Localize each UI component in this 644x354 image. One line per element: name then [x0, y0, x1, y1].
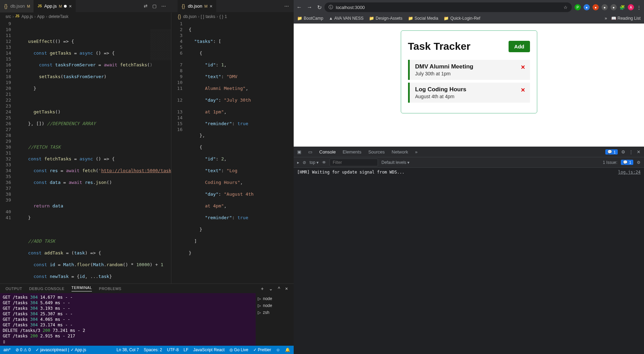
dt-overflow-icon[interactable]: » — [415, 149, 417, 155]
device-icon[interactable]: ▭ — [308, 149, 312, 155]
inspect-icon[interactable]: ▣ — [297, 149, 301, 155]
gear-icon[interactable]: ⚙ — [637, 160, 641, 165]
menu-icon[interactable]: ⋮ — [637, 5, 641, 10]
address-bar[interactable]: ⓘ localhost:3000 ☆ — [324, 2, 572, 12]
execution-context[interactable]: top ▾ — [310, 160, 319, 165]
gear-icon[interactable]: ⚙ — [621, 149, 625, 155]
language-mode[interactable]: JavaScript React — [193, 347, 225, 352]
dropdown-icon[interactable]: ⌄ — [269, 286, 273, 291]
devtools-tabs: ▣ ▭ Console Elements Sources Network » 💬… — [294, 147, 644, 157]
close-icon[interactable]: × — [210, 3, 212, 9]
js-icon: JS — [15, 14, 20, 19]
console-output[interactable]: [HMR] Waiting for update signal from WDS… — [294, 168, 644, 354]
info-icon[interactable]: ⓘ — [329, 4, 333, 10]
log-source[interactable]: log.js:24 — [618, 170, 641, 175]
language-status[interactable]: ✓ javascriptreact | ✓ App.js — [36, 347, 86, 352]
eye-icon[interactable]: 👁 — [322, 160, 326, 165]
log-levels[interactable]: Default levels ▾ — [381, 160, 409, 165]
task-item[interactable]: DMV Alumni Meeting July 30th at 1pm ✕ — [408, 60, 530, 80]
bookmark[interactable]: ▲ AVA VAN NESS — [329, 16, 364, 21]
reload-icon[interactable]: ↻ — [317, 4, 322, 11]
task-day: August 4th at 4pm — [415, 94, 524, 99]
panel-tab-debug[interactable]: DEBUG CONSOLE — [29, 287, 64, 291]
delete-icon[interactable]: ✕ — [521, 87, 525, 93]
tab-dbjson-right[interactable]: {} db.json M × — [178, 0, 216, 12]
ext-icon[interactable]: ● — [602, 4, 608, 10]
clear-icon[interactable]: ⊘ — [303, 160, 306, 165]
terminal-item[interactable]: ▷zsh — [258, 309, 292, 316]
code-content[interactable]: useEffect(() => { const getTasks = async… — [17, 21, 171, 283]
bookmark[interactable]: 📁 Social Media — [408, 16, 438, 21]
delete-icon[interactable]: ✕ — [521, 64, 525, 71]
close-icon[interactable]: × — [285, 286, 288, 291]
code-editor[interactable]: 12345678910111213141516 { "tasks": [ { "… — [171, 21, 294, 283]
new-terminal-icon[interactable]: + — [261, 286, 264, 291]
terminal-item[interactable]: ▷node — [258, 302, 292, 309]
terminal-icon: ▷ — [258, 310, 261, 315]
tab-actions: ⇄ ▢ ⋯ — [144, 3, 171, 9]
sidebar-toggle-icon[interactable]: ▸ — [297, 160, 299, 165]
minimap[interactable] — [150, 29, 171, 133]
terminal-output[interactable]: GET /tasks 304 14.677 ms - - GET /tasks … — [0, 293, 256, 346]
back-icon[interactable]: ← — [296, 4, 302, 11]
code-content[interactable]: { "tasks": [ { "id": 1, "text": "DMV Alu… — [189, 21, 294, 283]
cursor-position[interactable]: Ln 38, Col 7 — [116, 347, 139, 352]
bookmark[interactable]: 📁 Design-Assets — [369, 16, 402, 21]
log-message: [HMR] Waiting for update signal from WDS… — [297, 170, 405, 175]
eol[interactable]: LF — [183, 347, 188, 352]
close-icon[interactable]: × — [69, 3, 72, 9]
branch[interactable]: ain* — [3, 347, 11, 352]
panel-tab-problems[interactable]: PROBLEMS — [99, 287, 121, 291]
issues-badge[interactable]: 💬 1 — [621, 160, 633, 165]
bookmark[interactable]: 📁 BootCamp — [297, 16, 323, 21]
extensions-icon[interactable]: 🧩 — [619, 5, 625, 10]
gutter: 9101112131415161718192021222324252627282… — [0, 21, 17, 283]
bookmark[interactable]: 📁 Quick-Login-Ref — [444, 16, 480, 21]
more-icon[interactable]: ⋯ — [161, 3, 166, 9]
modified-indicator: M — [59, 4, 62, 8]
split-icon[interactable]: ▢ — [152, 3, 157, 9]
indent[interactable]: Spaces: 2 — [144, 347, 162, 352]
ext-icon[interactable]: ● — [584, 4, 590, 10]
code-editor[interactable]: 9101112131415161718192021222324252627282… — [0, 21, 171, 283]
filter-input[interactable] — [330, 159, 378, 166]
encoding[interactable]: UTF-8 — [167, 347, 179, 352]
ext-icon[interactable]: ● — [610, 4, 617, 10]
bookmarks-overflow[interactable]: » — [605, 16, 607, 21]
prettier[interactable]: ✓ Prettier — [253, 347, 271, 352]
diagnostics[interactable]: ⊘ 0 ⚠ 0 — [16, 347, 31, 352]
tab-appjs[interactable]: JS App.js M × — [34, 0, 76, 12]
tab-dbjson[interactable]: {} db.json M — [0, 0, 34, 12]
breadcrumb[interactable]: src› JS App.js› App› deleteTask — [0, 12, 171, 21]
more-icon[interactable]: ⋮ — [629, 149, 633, 155]
ext-icon[interactable]: ● — [593, 4, 599, 10]
panel-tab-output[interactable]: OUTPUT — [6, 287, 22, 291]
dt-tab-elements[interactable]: Elements — [343, 149, 361, 155]
breadcrumb[interactable]: {} db.json› [ ] tasks› { } 1 — [171, 12, 294, 21]
add-button[interactable]: Add — [509, 41, 530, 52]
bell-icon[interactable]: 🔔 — [285, 347, 290, 352]
message-badge[interactable]: 💬 1 — [605, 149, 618, 155]
panel-tabs: OUTPUT DEBUG CONSOLE TERMINAL PROBLEMS +… — [0, 284, 294, 293]
forward-icon[interactable]: → — [307, 4, 312, 11]
task-item[interactable]: Log Coding Hours August 4th at 4pm ✕ — [408, 83, 530, 103]
avatar[interactable]: A — [628, 4, 634, 10]
browser-window: ← → ↻ ⓘ localhost:3000 ☆ P ● ● ● ● 🧩 A ⋮… — [294, 0, 644, 354]
editor-pane-left: src› JS App.js› App› deleteTask 91011121… — [0, 12, 171, 283]
close-icon[interactable]: ✕ — [637, 149, 641, 155]
more-icon[interactable]: ⋯ — [284, 3, 289, 9]
dt-tab-console[interactable]: Console — [319, 149, 336, 155]
dt-tab-network[interactable]: Network — [392, 149, 408, 155]
reading-list[interactable]: 📖 Reading List — [611, 16, 641, 21]
feedback-icon[interactable]: ☺ — [276, 347, 280, 352]
terminal-item[interactable]: ▷node — [258, 295, 292, 302]
go-live[interactable]: ◎ Go Live — [229, 347, 248, 352]
compare-icon[interactable]: ⇄ — [144, 3, 148, 9]
star-icon[interactable]: ☆ — [564, 5, 568, 10]
ext-icon[interactable]: P — [575, 4, 581, 10]
terminal-list: ▷node ▷node ▷zsh — [256, 293, 294, 346]
maximize-icon[interactable]: ^ — [278, 286, 280, 291]
browser-toolbar: ← → ↻ ⓘ localhost:3000 ☆ P ● ● ● ● 🧩 A ⋮ — [294, 1, 644, 13]
panel-tab-terminal[interactable]: TERMINAL — [72, 286, 92, 291]
dt-tab-sources[interactable]: Sources — [368, 149, 385, 155]
